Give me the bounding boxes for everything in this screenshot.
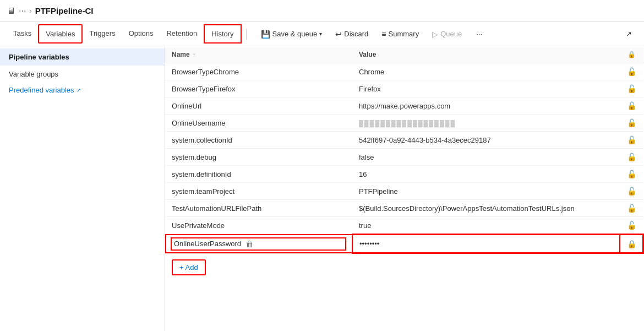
sidebar: Pipeline variables Variable groups Prede…: [0, 46, 165, 331]
variable-name: system.debug: [172, 153, 216, 161]
top-bar: 🖥 ··· › PTFPipeline-CI: [0, 0, 644, 22]
variable-name: TestAutomationURLFilePath: [172, 204, 261, 213]
variable-lock-cell[interactable]: 🔓: [620, 132, 643, 149]
discard-button[interactable]: ↩ Discard: [330, 27, 374, 41]
delete-variable-icon[interactable]: 🗑: [245, 240, 253, 248]
variable-value-cell: 16: [352, 166, 620, 183]
tab-options[interactable]: Options: [122, 24, 160, 44]
app-icon: 🖥: [7, 6, 15, 16]
more-actions-button[interactable]: ···: [471, 27, 488, 41]
variable-name: OnlineUserPassword: [174, 240, 241, 248]
variable-lock-cell[interactable]: 🔓: [620, 63, 643, 80]
table-row: BrowserTypeChromeChrome🔓: [165, 63, 643, 80]
discard-icon: ↩: [335, 30, 342, 39]
col-header-name[interactable]: Name ↑: [165, 46, 352, 63]
sort-icon: ↑: [193, 52, 195, 58]
variable-lock-cell[interactable]: 🔓: [620, 183, 643, 200]
variable-lock-cell[interactable]: 🔓: [620, 149, 643, 166]
dropdown-chevron[interactable]: ▾: [319, 31, 322, 37]
variable-value-cell: Chrome: [352, 63, 620, 80]
sidebar-item-variable-groups[interactable]: Variable groups: [0, 66, 165, 83]
variable-name-cell: OnlineUrl: [165, 97, 352, 115]
tab-history[interactable]: History: [204, 24, 241, 44]
pipeline-title: PTFPipeline-CI: [35, 6, 94, 15]
unlocked-icon[interactable]: 🔓: [627, 135, 636, 144]
locked-icon[interactable]: 🔒: [627, 240, 636, 248]
variable-value-cell: 542ff697-0a92-4443-b534-4a3ecec29187: [352, 132, 620, 149]
table-row: UsePrivateModetrue🔓: [165, 217, 643, 235]
variables-table: Name ↑ Value 🔒 BrowserTypeChromeChrome🔓B…: [165, 46, 644, 254]
table-header-row: Name ↑ Value 🔒: [165, 46, 643, 63]
variable-lock-cell[interactable]: 🔓: [620, 97, 643, 115]
variable-lock-cell[interactable]: 🔓: [620, 200, 643, 217]
more-options-button[interactable]: ···: [19, 6, 26, 16]
tab-variables[interactable]: Variables: [38, 24, 83, 44]
unlocked-icon[interactable]: 🔓: [627, 187, 636, 196]
variable-lock-cell[interactable]: 🔓: [620, 217, 643, 235]
unlocked-icon[interactable]: 🔓: [627, 67, 636, 76]
variable-name: system.definitionId: [172, 170, 231, 178]
variable-name-cell: system.teamProject: [165, 183, 352, 200]
variable-name-cell: system.debug: [165, 149, 352, 166]
variable-name-cell: BrowserTypeFirefox: [165, 80, 352, 97]
col-header-value: Value: [352, 46, 620, 63]
variable-name: system.collectionId: [172, 136, 232, 144]
variable-name: BrowserTypeFirefox: [172, 85, 236, 93]
variable-name-cell: TestAutomationURLFilePath: [165, 200, 352, 217]
table-row: system.debugfalse🔓: [165, 149, 643, 166]
tab-retention[interactable]: Retention: [160, 24, 204, 44]
variable-name: system.teamProject: [172, 187, 234, 196]
summary-button[interactable]: ≡ Summary: [376, 27, 424, 41]
variable-name: UsePrivateMode: [172, 221, 225, 230]
table-row: TestAutomationURLFilePath$(Build.Sources…: [165, 200, 643, 217]
variable-value-cell: Firefox: [352, 80, 620, 97]
unlocked-icon[interactable]: 🔓: [627, 204, 636, 213]
main-content: Pipeline variables Variable groups Prede…: [0, 46, 644, 331]
variable-name-cell: system.definitionId: [165, 166, 352, 183]
save-queue-button[interactable]: 💾 Save & queue ▾: [255, 27, 328, 41]
unlocked-icon[interactable]: 🔓: [627, 84, 636, 93]
sidebar-item-pipeline-variables[interactable]: Pipeline variables: [0, 48, 165, 66]
variable-value-cell: ••••••••: [352, 234, 620, 253]
variable-value-cell: false: [352, 149, 620, 166]
unlocked-icon[interactable]: 🔓: [627, 221, 636, 230]
variable-lock-cell[interactable]: 🔓: [620, 115, 643, 132]
unlocked-icon[interactable]: 🔓: [627, 118, 636, 127]
external-link-icon: ↗: [77, 87, 81, 93]
table-row: OnlineUsername██████████████████🔓: [165, 115, 643, 132]
variable-lock-cell[interactable]: 🔒: [620, 234, 643, 253]
variables-pane: Name ↑ Value 🔒 BrowserTypeChromeChrome🔓B…: [165, 46, 644, 331]
unlocked-icon[interactable]: 🔓: [627, 153, 636, 161]
table-row: BrowserTypeFirefoxFirefox🔓: [165, 80, 643, 97]
variable-value-cell: ██████████████████: [352, 115, 620, 132]
variable-name: BrowserTypeChrome: [172, 68, 239, 76]
expand-button[interactable]: ↗: [620, 27, 637, 41]
variable-value-cell: $(Build.SourcesDirectory)\PowerAppsTestA…: [352, 200, 620, 217]
unlocked-icon[interactable]: 🔓: [627, 101, 636, 110]
table-row: system.collectionId542ff697-0a92-4443-b5…: [165, 132, 643, 149]
variable-name-cell: OnlineUsername: [165, 115, 352, 132]
unlocked-icon[interactable]: 🔓: [627, 170, 636, 178]
queue-icon: ▷: [432, 30, 438, 39]
variable-name-cell: BrowserTypeChrome: [165, 63, 352, 80]
variable-name: OnlineUsername: [172, 119, 226, 127]
variable-value-cell: https://make.powerapps.com: [352, 97, 620, 115]
variable-lock-cell[interactable]: 🔓: [620, 166, 643, 183]
add-variable-button[interactable]: + Add: [172, 259, 206, 275]
tab-tasks[interactable]: Tasks: [7, 24, 38, 44]
col-header-lock: 🔒: [620, 46, 643, 63]
sidebar-predefined-variables-link[interactable]: Predefined variables ↗: [0, 83, 165, 97]
variable-name: OnlineUrl: [172, 102, 201, 110]
table-row: system.definitionId16🔓: [165, 166, 643, 183]
queue-button[interactable]: ▷ Queue: [427, 27, 467, 41]
variable-lock-cell[interactable]: 🔓: [620, 80, 643, 97]
tab-triggers[interactable]: Triggers: [83, 24, 122, 44]
breadcrumb-chevron: ›: [29, 7, 31, 15]
variable-value-cell: PTFPipeline: [352, 183, 620, 200]
table-row: OnlineUserPassword🗑••••••••🔒: [165, 234, 643, 253]
nav-divider: [246, 29, 247, 40]
secret-value: ••••••••: [359, 240, 379, 248]
variable-name-cell: system.collectionId: [165, 132, 352, 149]
variable-value-cell: true: [352, 217, 620, 235]
table-row: system.teamProjectPTFPipeline🔓: [165, 183, 643, 200]
